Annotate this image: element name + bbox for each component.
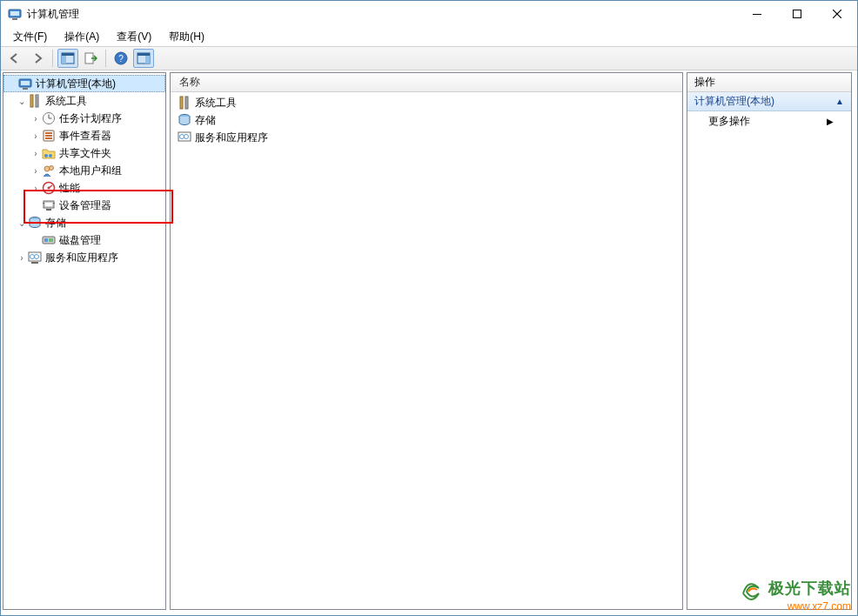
svg-point-34 (48, 187, 50, 190)
tree-services-apps[interactable]: › 服务和应用程序 (3, 249, 165, 266)
chevron-right-icon: ▶ (827, 117, 834, 126)
tree-label: 设备管理器 (59, 198, 111, 213)
toolbar: ? (1, 46, 857, 70)
tree-label: 任务计划程序 (59, 111, 122, 126)
device-manager-icon (42, 198, 56, 212)
expand-icon[interactable]: › (16, 253, 28, 263)
svg-rect-15 (137, 53, 150, 56)
tree-label: 性能 (59, 181, 80, 196)
window-title: 计算机管理 (27, 7, 79, 22)
expand-icon[interactable]: › (30, 131, 42, 141)
list-column-header-name[interactable]: 名称 (171, 73, 682, 92)
toggle-action-pane-button[interactable] (133, 49, 154, 68)
menu-file[interactable]: 文件(F) (4, 28, 56, 46)
svg-rect-48 (180, 97, 183, 109)
disk-management-icon (42, 233, 56, 247)
system-tools-icon (28, 94, 42, 108)
tree-system-tools[interactable]: ⌄ 系统工具 (3, 92, 165, 110)
svg-rect-4 (794, 10, 801, 18)
tree-storage[interactable]: ⌄ 存储 (3, 214, 165, 231)
list-item-label: 服务和应用程序 (195, 131, 268, 145)
shared-folders-icon (42, 146, 56, 160)
system-tools-icon (178, 96, 191, 110)
tree-label: 系统工具 (45, 94, 87, 109)
tree-local-users-groups[interactable]: › 本地用户和组 (3, 162, 165, 179)
expand-icon[interactable]: › (30, 184, 42, 193)
svg-text:?: ? (118, 54, 124, 64)
window-controls (737, 1, 857, 27)
services-apps-icon (28, 251, 42, 264)
tree-label: 服务和应用程序 (45, 251, 118, 265)
tree-performance[interactable]: › 性能 (3, 179, 165, 197)
tree-label: 共享文件夹 (59, 146, 111, 161)
task-scheduler-icon (42, 111, 56, 125)
actions-pane-header: 操作 (687, 73, 851, 92)
list-body: 系统工具 存储 服务和应用程序 (171, 92, 682, 148)
svg-rect-27 (45, 137, 52, 139)
tree-label: 存储 (45, 216, 66, 231)
performance-icon (42, 181, 56, 195)
collapse-icon[interactable]: ⌄ (16, 97, 28, 106)
console-tree-pane: 计算机管理(本地) ⌄ 系统工具 › 任务计划程序 (3, 72, 166, 610)
tree-event-viewer[interactable]: › 事件查看器 (3, 127, 165, 144)
expand-icon[interactable]: › (30, 149, 42, 158)
actions-group-header[interactable]: 计算机管理(本地) ▲ (687, 92, 851, 111)
collapse-icon[interactable]: ▲ (835, 97, 844, 106)
tree-root-computer-management[interactable]: 计算机管理(本地) (3, 75, 165, 92)
menu-help[interactable]: 帮助(H) (160, 28, 213, 46)
result-list-pane: 名称 系统工具 存储 (170, 72, 683, 610)
menu-bar: 文件(F) 操作(A) 查看(V) 帮助(H) (1, 27, 857, 46)
list-item-services-apps[interactable]: 服务和应用程序 (174, 129, 679, 146)
list-item-storage[interactable]: 存储 (174, 111, 679, 129)
svg-rect-47 (31, 262, 38, 264)
svg-rect-36 (45, 203, 52, 206)
export-list-button[interactable] (80, 49, 101, 68)
svg-rect-18 (23, 88, 28, 90)
expand-icon[interactable]: › (30, 166, 42, 176)
title-bar: 计算机管理 (1, 1, 857, 27)
tree-label: 事件查看器 (59, 129, 111, 144)
computer-management-icon (18, 77, 32, 90)
tree-shared-folders[interactable]: › 共享文件夹 (3, 144, 165, 162)
actions-more-actions[interactable]: 更多操作 ▶ (687, 111, 851, 131)
nav-forward-button[interactable] (27, 49, 48, 68)
svg-rect-17 (21, 81, 30, 85)
svg-rect-20 (36, 95, 38, 107)
svg-point-31 (50, 166, 54, 171)
svg-rect-37 (46, 209, 51, 211)
local-users-icon (42, 164, 56, 177)
toggle-console-tree-button[interactable] (57, 49, 78, 68)
expand-icon[interactable]: › (30, 114, 42, 124)
menu-view[interactable]: 查看(V) (108, 28, 160, 46)
app-icon (8, 7, 22, 21)
actions-link-label: 更多操作 (708, 114, 750, 129)
svg-rect-25 (45, 132, 52, 134)
tree-label: 磁盘管理 (59, 233, 101, 248)
actions-header-label: 操作 (694, 75, 715, 90)
tree-label: 本地用户和组 (59, 164, 122, 178)
actions-pane: 操作 计算机管理(本地) ▲ 更多操作 ▶ (687, 72, 852, 610)
services-apps-icon (178, 131, 191, 144)
tree-task-scheduler[interactable]: › 任务计划程序 (3, 110, 165, 127)
svg-rect-49 (185, 97, 188, 109)
svg-rect-38 (43, 203, 44, 204)
maximize-button[interactable] (777, 1, 817, 27)
svg-point-29 (49, 154, 52, 157)
list-item-system-tools[interactable]: 系统工具 (174, 94, 679, 111)
svg-rect-26 (45, 135, 52, 137)
computer-management-window: 计算机管理 文件(F) 操作(A) 查看(V) 帮助(H) (0, 0, 858, 616)
actions-group-label: 计算机管理(本地) (694, 94, 774, 109)
menu-action[interactable]: 操作(A) (56, 28, 108, 46)
close-button[interactable] (817, 1, 857, 27)
nav-back-button[interactable] (4, 49, 25, 68)
tree-device-manager[interactable]: 设备管理器 (3, 197, 165, 214)
help-button[interactable]: ? (111, 49, 131, 68)
list-item-label: 系统工具 (195, 96, 237, 110)
collapse-icon[interactable]: ⌄ (16, 218, 28, 228)
svg-rect-3 (753, 14, 761, 15)
minimize-button[interactable] (737, 1, 777, 27)
tree-disk-management[interactable]: 磁盘管理 (3, 231, 165, 249)
svg-point-28 (44, 154, 48, 157)
console-tree[interactable]: 计算机管理(本地) ⌄ 系统工具 › 任务计划程序 (3, 73, 165, 268)
tree-label: 计算机管理(本地) (36, 77, 116, 91)
